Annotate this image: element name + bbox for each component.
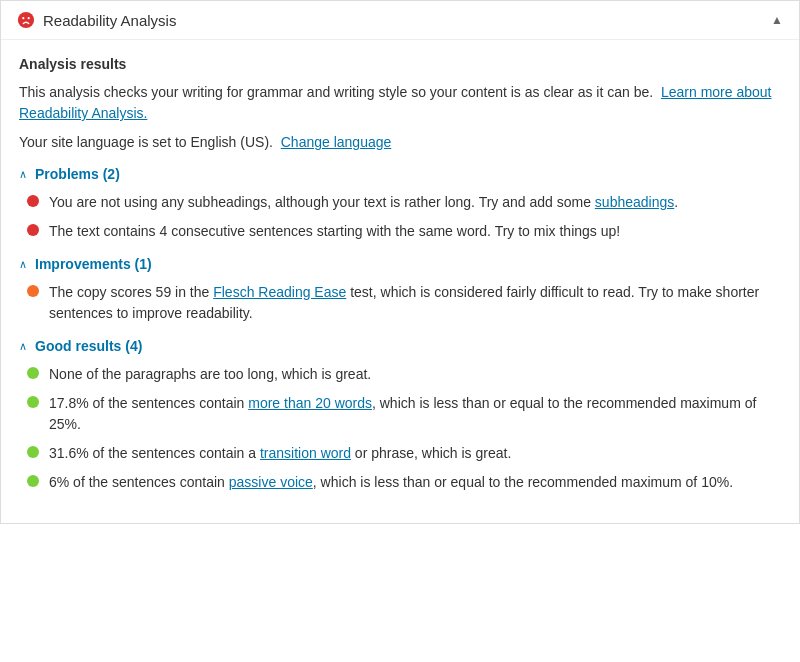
green-dot-icon [27,475,39,487]
red-dot-icon [27,224,39,236]
problems-header[interactable]: ∧ Problems (2) [19,166,781,182]
good-results-section: ∧ Good results (4) None of the paragraph… [19,338,781,493]
language-text: Your site language is set to English (US… [19,134,273,150]
panel-header-left: Readability Analysis [17,11,176,29]
problems-title: Problems (2) [35,166,120,182]
list-item: The copy scores 59 in the Flesch Reading… [27,282,781,324]
problems-chevron-icon: ∧ [19,168,27,181]
list-item: You are not using any subheadings, altho… [27,192,781,213]
collapse-button[interactable]: ▲ [771,13,783,27]
flesch-reading-ease-link[interactable]: Flesch Reading Ease [213,284,346,300]
language-line: Your site language is set to English (US… [19,134,781,150]
list-item: 6% of the sentences contain passive voic… [27,472,781,493]
good-results-chevron-icon: ∧ [19,340,27,353]
list-item: 17.8% of the sentences contain more than… [27,393,781,435]
improvement-item-1: The copy scores 59 in the Flesch Reading… [49,282,781,324]
description-main: This analysis checks your writing for gr… [19,84,653,100]
description-text: This analysis checks your writing for gr… [19,82,781,124]
section-title: Analysis results [19,56,781,72]
good-results-header[interactable]: ∧ Good results (4) [19,338,781,354]
good-item-4: 6% of the sentences contain passive voic… [49,472,733,493]
panel-body: Analysis results This analysis checks yo… [1,40,799,523]
good-item-2: 17.8% of the sentences contain more than… [49,393,781,435]
list-item: None of the paragraphs are too long, whi… [27,364,781,385]
change-language-link[interactable]: Change language [281,134,392,150]
red-dot-icon [27,195,39,207]
improvements-title: Improvements (1) [35,256,152,272]
improvements-section: ∧ Improvements (1) The copy scores 59 in… [19,256,781,324]
panel-title: Readability Analysis [43,12,176,29]
subheadings-link[interactable]: subheadings [595,194,674,210]
green-dot-icon [27,446,39,458]
problem-item-2: The text contains 4 consecutive sentence… [49,221,620,242]
improvements-list: The copy scores 59 in the Flesch Reading… [27,282,781,324]
svg-point-1 [22,17,24,19]
panel-header: Readability Analysis ▲ [1,1,799,40]
green-dot-icon [27,396,39,408]
good-item-3: 31.6% of the sentences contain a transit… [49,443,511,464]
green-dot-icon [27,367,39,379]
improvements-chevron-icon: ∧ [19,258,27,271]
transition-word-link[interactable]: transition word [260,445,351,461]
readability-panel: Readability Analysis ▲ Analysis results … [0,0,800,524]
good-results-list: None of the paragraphs are too long, whi… [27,364,781,493]
problem-item-1: You are not using any subheadings, altho… [49,192,678,213]
list-item: The text contains 4 consecutive sentence… [27,221,781,242]
more-than-20-words-link[interactable]: more than 20 words [248,395,372,411]
list-item: 31.6% of the sentences contain a transit… [27,443,781,464]
svg-point-2 [28,17,30,19]
improvements-header[interactable]: ∧ Improvements (1) [19,256,781,272]
sad-face-icon [17,11,35,29]
passive-voice-link[interactable]: passive voice [229,474,313,490]
good-results-title: Good results (4) [35,338,142,354]
orange-dot-icon [27,285,39,297]
problems-list: You are not using any subheadings, altho… [27,192,781,242]
problems-section: ∧ Problems (2) You are not using any sub… [19,166,781,242]
svg-point-0 [18,12,34,28]
good-item-1: None of the paragraphs are too long, whi… [49,364,371,385]
